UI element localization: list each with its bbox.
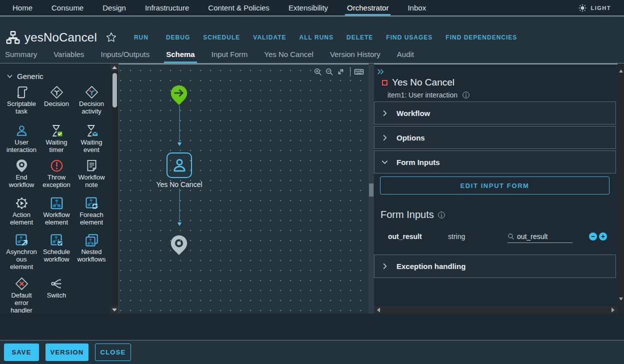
input-value-field[interactable]: out_result (508, 230, 572, 243)
add-input-button[interactable] (599, 232, 607, 240)
palette-scroll-up-button[interactable] (110, 64, 118, 71)
panel-vertical-scrollbar[interactable] (618, 64, 624, 314)
schedule-button[interactable]: SCHEDULE (203, 34, 240, 41)
palette-item-end-workflow[interactable]: End workflow (4, 158, 39, 196)
palette-scroll-down-button[interactable] (110, 306, 118, 314)
nav-item-extensibility[interactable]: Extensibility (288, 0, 328, 16)
palette-item-decision-activity[interactable]: Decision activity (74, 85, 109, 124)
section-exception-handling[interactable]: Exception handling (374, 254, 616, 278)
nav-item-infrastructure[interactable]: Infrastructure (145, 0, 189, 16)
star-icon[interactable] (106, 32, 117, 43)
debug-button[interactable]: DEBUG (166, 34, 190, 41)
panel-scroll-up-button[interactable] (618, 68, 624, 74)
active-nav-underline (345, 14, 390, 16)
triangle-up-icon (112, 66, 117, 69)
info-icon[interactable] (438, 211, 446, 219)
start-node[interactable] (170, 85, 188, 106)
palette-item-user-interaction[interactable]: User interaction (4, 124, 39, 158)
tab-label: Variables (54, 50, 84, 58)
waiting-event-icon (84, 124, 99, 138)
palette-item-workflow-element[interactable]: Workflow element (39, 196, 74, 233)
tab-label: Audit (397, 50, 414, 58)
nav-item-consume[interactable]: Consume (52, 0, 84, 16)
section-form-inputs[interactable]: Form Inputs (374, 150, 616, 174)
tab-schema[interactable]: Schema (166, 50, 195, 63)
theme-toggle[interactable]: LIGHT (578, 0, 624, 16)
nav-item-design[interactable]: Design (102, 0, 126, 16)
palette-item-switch[interactable]: Switch (39, 276, 74, 314)
palette-item-label: Workflow element (41, 211, 72, 226)
default-error-handler-icon (14, 276, 29, 291)
palette-item-workflow-note[interactable]: Workflow note (74, 158, 109, 196)
palette-scrollbar[interactable] (110, 64, 118, 314)
tab-summary[interactable]: Summary (5, 50, 37, 63)
section-label: Workflow (396, 109, 430, 118)
canvas-scrollbar-thumb[interactable] (369, 184, 374, 196)
keyboard-icon[interactable] (354, 68, 364, 76)
tab-variables[interactable]: Variables (54, 50, 84, 63)
palette-item-schedule-workflow[interactable]: Schedule workflow (39, 233, 74, 276)
tab-audit[interactable]: Audit (397, 50, 414, 63)
schema-canvas[interactable]: Yes No Cancel (118, 64, 374, 314)
info-icon[interactable] (462, 91, 470, 99)
palette-item-waiting-event[interactable]: Waiting event (74, 124, 109, 158)
end-node[interactable] (170, 235, 188, 256)
palette-item-default-error-handler[interactable]: Default error handler (4, 276, 39, 314)
nav-item-home[interactable]: Home (12, 0, 32, 16)
panel-scroll-down-button[interactable] (618, 296, 624, 302)
save-button[interactable]: SAVE (4, 344, 39, 361)
fullscreen-icon[interactable] (336, 68, 345, 76)
task-node-yes-no-cancel[interactable] (166, 152, 192, 178)
nav-label: Inbox (408, 4, 426, 12)
triangle-up-icon (619, 70, 623, 72)
find-usages-button[interactable]: FIND USAGES (386, 34, 432, 41)
nav-item-content-policies[interactable]: Content & Policies (208, 0, 270, 16)
double-chevron-right-icon[interactable] (376, 68, 385, 76)
canvas-toolbar (314, 67, 367, 76)
palette-item-label: Foreach element (76, 211, 108, 226)
edit-input-form-button[interactable]: EDIT INPUT FORM (380, 176, 610, 194)
sun-icon (578, 4, 586, 12)
palette-group-generic[interactable]: Generic (6, 72, 110, 80)
palette-scrollbar-thumb[interactable] (112, 73, 117, 108)
tab-version-history[interactable]: Version History (330, 50, 380, 63)
tab-label: Inputs/Outputs (101, 50, 150, 58)
all-runs-button[interactable]: ALL RUNS (300, 34, 334, 41)
nested-workflows-icon (84, 233, 99, 248)
tab-input-form[interactable]: Input Form (212, 50, 248, 63)
tab-label: Summary (5, 50, 37, 58)
nav-item-inbox[interactable]: Inbox (408, 0, 426, 16)
workflow-note-icon (84, 158, 99, 173)
version-button[interactable]: VERSION (46, 344, 88, 361)
palette-item-scriptable-task[interactable]: Scriptable task (4, 85, 39, 124)
section-workflow[interactable]: Workflow (374, 102, 616, 124)
nav-item-orchestrator[interactable]: Orchestrator (347, 0, 388, 16)
palette-item-label: Asynchronous element (6, 248, 38, 270)
palette-item-asynchronous-element[interactable]: Asynchronous element (4, 233, 39, 276)
input-name: out_result (388, 232, 422, 240)
tab-inputs-outputs[interactable]: Inputs/Outputs (101, 50, 150, 63)
remove-input-button[interactable] (589, 232, 597, 240)
nav-label: Content & Policies (208, 4, 270, 12)
canvas-scrollbar[interactable] (368, 64, 374, 314)
find-dependencies-button[interactable]: FIND DEPENDENCIES (446, 34, 517, 41)
zoom-in-icon[interactable] (314, 68, 322, 76)
panel-horizontal-scrollbar[interactable] (374, 306, 618, 314)
form-input-row: out_result string out_result (374, 230, 616, 244)
section-options[interactable]: Options (374, 126, 616, 149)
delete-button[interactable]: DELETE (346, 34, 373, 41)
close-button[interactable]: CLOSE (95, 344, 131, 361)
validate-button[interactable]: VALIDATE (253, 34, 286, 41)
task-node-label: Yes No Cancel (132, 180, 227, 188)
zoom-out-icon[interactable] (325, 68, 334, 76)
tab-yes-no-cancel[interactable]: Yes No Cancel (264, 50, 314, 63)
palette-item-foreach-element[interactable]: Foreach element (74, 196, 109, 233)
palette-item-label: Default error handler (6, 292, 38, 314)
palette-item-decision[interactable]: Decision (39, 85, 74, 124)
palette-item-throw-exception[interactable]: Throw exception (39, 158, 74, 196)
item-accordion: Workflow Options Form Inputs (374, 102, 616, 175)
palette-item-action-element[interactable]: Action element (4, 196, 39, 233)
palette-item-waiting-timer[interactable]: Waiting timer (39, 124, 74, 158)
run-button[interactable]: RUN (134, 34, 148, 41)
palette-item-nested-workflows[interactable]: Nested workflows (74, 233, 109, 276)
